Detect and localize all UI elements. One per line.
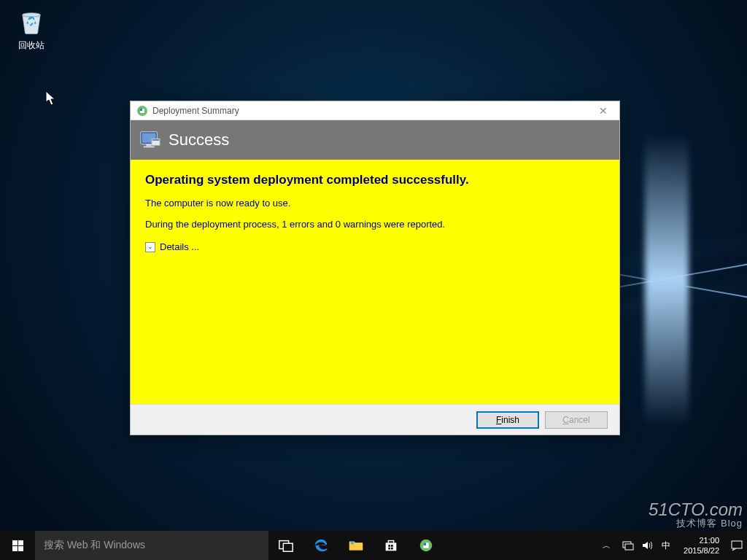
edge-button[interactable] (303, 531, 338, 560)
errors-warnings-message: During the deployment process, 1 errors … (145, 219, 605, 230)
svg-rect-7 (144, 146, 155, 147)
success-heading: Operating system deployment completed su… (145, 173, 605, 187)
svg-point-0 (23, 13, 41, 17)
start-button[interactable] (0, 531, 35, 560)
taskbar-pinned (268, 531, 444, 560)
banner: Success (131, 120, 619, 160)
task-view-button[interactable] (268, 531, 303, 560)
search-placeholder: 搜索 Web 和 Windows (44, 539, 145, 552)
file-explorer-button[interactable] (338, 531, 374, 560)
watermark: 51CTO.com 技术博客 Blog (649, 501, 743, 528)
titlebar[interactable]: Deployment Summary ✕ (131, 101, 619, 120)
cancel-button[interactable]: Cancel (545, 411, 608, 429)
window-title: Deployment Summary (152, 106, 593, 116)
tray-overflow-button[interactable]: ︿ (598, 540, 615, 551)
recycle-bin-icon (16, 6, 47, 36)
svg-rect-23 (732, 541, 742, 548)
volume-icon[interactable] (641, 540, 653, 551)
content-area: Operating system deployment completed su… (131, 160, 619, 404)
desktop-icon-label: 回收站 (9, 39, 54, 52)
clock-time: 21:00 (684, 535, 719, 545)
cursor-icon (45, 90, 57, 106)
desktop-icon-recycle-bin[interactable]: 回收站 (9, 6, 54, 52)
chevron-down-icon: ⌄ (145, 242, 155, 252)
svg-rect-11 (283, 543, 293, 551)
system-tray: ︿ 中 21:00 2015/8/22 (598, 531, 747, 560)
svg-rect-13 (351, 542, 355, 544)
svg-rect-15 (391, 545, 393, 547)
svg-rect-20 (423, 542, 426, 545)
close-button[interactable]: ✕ (593, 105, 614, 117)
svg-rect-14 (388, 545, 390, 547)
deployment-app-button[interactable] (409, 531, 444, 560)
deployment-summary-dialog: Deployment Summary ✕ Success Operating s… (130, 101, 620, 435)
finish-button[interactable]: Finish (476, 411, 539, 429)
button-row: Finish Cancel (131, 404, 619, 435)
clock-date: 2015/8/22 (684, 545, 719, 556)
banner-title: Success (169, 131, 229, 149)
action-center-button[interactable] (731, 540, 743, 551)
details-toggle[interactable]: ⌄ Details ... (145, 241, 199, 252)
network-icon[interactable] (622, 540, 634, 551)
svg-rect-17 (391, 548, 393, 550)
svg-rect-16 (388, 548, 390, 550)
watermark-main: 51CTO.com (649, 501, 743, 518)
details-label: Details ... (160, 241, 199, 252)
svg-rect-3 (140, 109, 142, 111)
svg-rect-12 (349, 544, 363, 550)
search-input[interactable]: 搜索 Web 和 Windows (35, 531, 268, 560)
taskbar: 搜索 Web 和 Windows ︿ 中 21:00 2015/8/22 (0, 531, 747, 560)
ready-message: The computer is now ready to use. (145, 198, 605, 209)
clock[interactable]: 21:00 2015/8/22 (679, 535, 724, 556)
monitor-icon (139, 130, 161, 150)
svg-rect-22 (625, 544, 633, 550)
svg-rect-9 (152, 139, 159, 141)
store-button[interactable] (374, 531, 409, 560)
app-icon (136, 105, 148, 117)
ime-indicator[interactable]: 中 (660, 540, 672, 551)
windows-logo-icon (12, 540, 23, 551)
watermark-sub: 技术博客 Blog (649, 518, 743, 528)
svg-rect-6 (146, 144, 152, 147)
